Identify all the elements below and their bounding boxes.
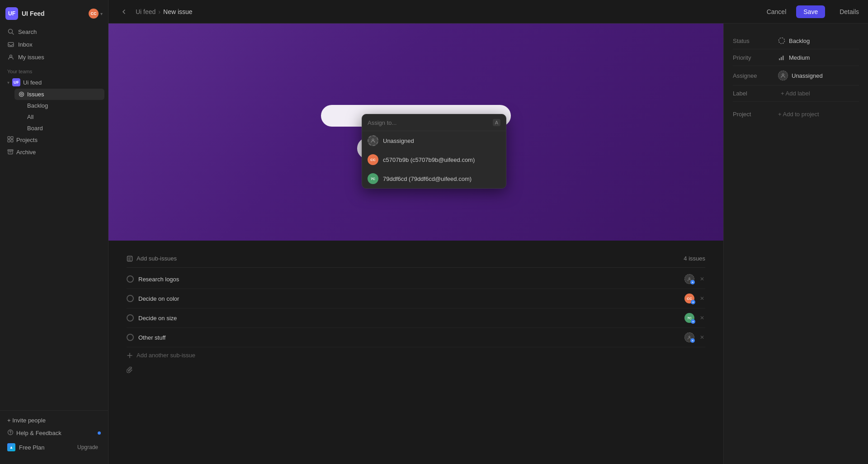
sidebar-item-my-issues[interactable]: My issues — [4, 51, 104, 63]
avatar[interactable]: CC — [89, 9, 99, 19]
priority-row: Priority Medium — [733, 49, 859, 66]
cancel-button[interactable]: Cancel — [761, 5, 792, 18]
status-label: Status — [733, 38, 778, 44]
hero-image: A Unassigned CC c5707b9b (c57 — [108, 24, 723, 241]
close-icon[interactable]: ✕ — [699, 294, 705, 303]
breadcrumb-separator: › — [158, 8, 160, 15]
chevron-down-icon: ▾ — [100, 11, 103, 16]
issue-status-circle — [127, 295, 134, 302]
sidebar-item-archive[interactable]: Archive — [4, 146, 104, 158]
svg-point-23 — [782, 74, 784, 76]
priority-label: Priority — [733, 54, 778, 61]
close-icon[interactable]: ✕ — [699, 314, 705, 322]
search-icon — [7, 28, 14, 35]
add-sub-issue-button[interactable]: Add another sub-issue — [127, 347, 705, 363]
issue-text: Other stuff — [138, 334, 680, 341]
topbar: Ui feed › New issue Cancel Save Details — [108, 0, 868, 24]
assign-search-bar: A — [362, 114, 506, 131]
breadcrumb-current: New issue — [163, 8, 193, 15]
status-row: Status Backlog — [733, 33, 859, 49]
svg-point-3 — [10, 55, 12, 57]
svg-rect-7 — [11, 137, 13, 139]
assign-dropdown: A Unassigned CC c5707b9b (c57 — [362, 114, 506, 189]
close-icon[interactable]: ✕ — [699, 275, 705, 283]
svg-point-16 — [689, 336, 690, 337]
issue-avatar-yc: 7C + — [684, 313, 694, 323]
svg-point-15 — [689, 278, 690, 279]
issue-text: Decide on size — [138, 315, 680, 322]
unassigned-avatar — [368, 135, 378, 146]
sub-issues-area: Add sub-issues 4 issues Research logos + — [108, 241, 723, 464]
close-icon[interactable]: ✕ — [699, 333, 705, 341]
sidebar-item-search[interactable]: Search — [4, 25, 104, 38]
sidebar-item-board[interactable]: Board — [14, 123, 104, 134]
sidebar-item-backlog[interactable]: Backlog — [14, 100, 104, 111]
assignee-avatar — [778, 71, 788, 80]
team-icon: UF — [12, 78, 20, 86]
assign-option-unassigned[interactable]: Unassigned — [362, 131, 506, 150]
inbox-icon — [7, 41, 14, 48]
svg-rect-20 — [779, 58, 780, 60]
svg-point-13 — [372, 139, 374, 141]
svg-point-11 — [8, 430, 13, 435]
back-button[interactable] — [118, 5, 130, 18]
notification-dot — [98, 431, 101, 435]
issue-status-circle — [127, 275, 134, 283]
svg-point-5 — [20, 94, 22, 95]
svg-rect-8 — [8, 140, 10, 142]
svg-point-19 — [779, 38, 785, 44]
assign-search-input[interactable] — [368, 119, 489, 126]
teams-section: ▾ UF Ui feed Issues Backlog All — [0, 76, 108, 158]
issue-avatar: + — [684, 332, 694, 342]
sidebar-item-all[interactable]: All — [14, 111, 104, 123]
team-chevron-icon: ▾ — [7, 80, 9, 85]
svg-point-12 — [10, 433, 10, 434]
assign-keyboard-hint: A — [493, 119, 500, 126]
assignee-label: Assignee — [733, 72, 778, 79]
plan-icon: ▲ — [7, 443, 15, 451]
attachment-icon[interactable] — [127, 364, 133, 378]
plus-badge: + — [691, 300, 695, 304]
assignee-value[interactable]: Unassigned — [778, 71, 823, 80]
assign-option-c5707b9b[interactable]: CC c5707b9b (c5707b9b@uifeed.com) — [362, 150, 506, 169]
status-value[interactable]: Backlog — [778, 37, 810, 44]
plan-label: Free Plan — [19, 444, 71, 451]
teams-section-label: Your teams — [0, 63, 108, 76]
sidebar-item-issues[interactable]: Issues — [14, 89, 104, 100]
svg-line-1 — [12, 33, 14, 35]
add-to-project-button[interactable]: + Add to project — [778, 106, 819, 122]
priority-value[interactable]: Medium — [778, 54, 810, 61]
save-button[interactable]: Save — [796, 5, 825, 18]
projects-icon — [7, 136, 14, 144]
invite-people-button[interactable]: + Invite people — [4, 414, 104, 426]
help-icon — [7, 429, 14, 437]
issue-status-circle — [127, 334, 134, 341]
app-title: UI Feed — [22, 10, 85, 17]
table-row: Research logos + ✕ — [127, 270, 705, 289]
plus-badge: + — [691, 319, 695, 324]
sidebar-item-projects[interactable]: Projects — [4, 134, 104, 146]
svg-rect-6 — [8, 137, 10, 139]
help-feedback-item[interactable]: Help & Feedback — [4, 426, 104, 440]
add-label-button[interactable]: Label + Add label — [733, 85, 859, 102]
assign-avatar-yc: 7C — [368, 173, 378, 184]
priority-icon — [778, 54, 785, 61]
backlog-status-icon — [778, 37, 785, 44]
svg-rect-10 — [8, 150, 13, 151]
plus-badge: + — [690, 280, 695, 284]
svg-rect-22 — [783, 56, 784, 60]
avatar-group[interactable]: CC ▾ — [89, 9, 103, 19]
plan-bar: ▲ Free Plan Upgrade — [4, 440, 104, 455]
assign-option-79ddf6cd[interactable]: 7C 79ddf6cd (79ddf6cd@uifeed.com) — [362, 169, 506, 188]
team-sub-nav: Issues Backlog All Board — [4, 89, 104, 134]
issue-status-circle — [127, 314, 134, 322]
sub-issues-header: Add sub-issues 4 issues — [127, 250, 705, 268]
attachment-area — [127, 363, 705, 375]
sidebar-item-inbox[interactable]: Inbox — [4, 38, 104, 51]
sidebar-header[interactable]: UF UI Feed CC ▾ — [0, 4, 108, 24]
team-item-uifeed[interactable]: ▾ UF Ui feed — [4, 76, 104, 89]
project-row: Project + Add to project — [733, 102, 859, 127]
upgrade-button[interactable]: Upgrade — [75, 443, 101, 451]
assignee-row: Assignee Unassigned — [733, 66, 859, 85]
issue-text: Research logos — [138, 276, 680, 283]
